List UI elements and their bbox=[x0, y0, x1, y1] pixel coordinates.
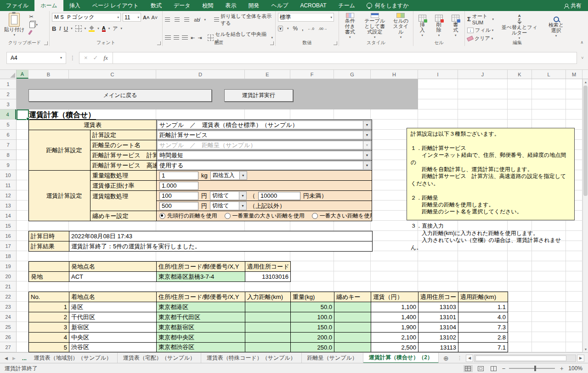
row-header-26[interactable]: 26 bbox=[0, 332, 16, 342]
insert-function-icon[interactable]: fx bbox=[104, 54, 108, 62]
fill-button[interactable]: ↓ フィル ▾ bbox=[467, 27, 494, 34]
cancel-icon[interactable]: × bbox=[84, 54, 88, 61]
number-dialog-launcher[interactable] bbox=[334, 41, 337, 45]
column-header-K[interactable]: K bbox=[508, 70, 532, 79]
sort-filter-button[interactable]: AZ 並べ替えとフィルター▾ bbox=[498, 13, 540, 42]
ribbon-tab-データ[interactable]: データ bbox=[168, 0, 197, 11]
fare-rounding-input-2[interactable]: 500 bbox=[159, 202, 198, 210]
row-header-13[interactable]: 13 bbox=[0, 201, 16, 211]
ribbon-tab-ホーム[interactable]: ホーム bbox=[34, 0, 63, 11]
format-cells-button[interactable]: 書式▾ bbox=[449, 13, 462, 40]
column-header-E[interactable]: E bbox=[245, 70, 290, 79]
hscroll-left-icon[interactable]: ◀ bbox=[466, 355, 473, 362]
row-header-8[interactable]: 8 bbox=[0, 150, 16, 160]
dest-address-cell[interactable]: 東京都千代田区 bbox=[156, 312, 245, 322]
row-header-3[interactable]: 3 bbox=[0, 99, 16, 109]
row-header-9[interactable]: 9 bbox=[0, 160, 16, 170]
calc-method-select[interactable]: 時間最短▼ bbox=[157, 151, 371, 160]
row-header-12[interactable]: 12 bbox=[0, 190, 16, 201]
origin-name-cell[interactable]: ACT bbox=[69, 271, 157, 282]
dest-groupkey-cell[interactable] bbox=[334, 302, 371, 312]
dest-applied-code-cell[interactable]: 13104 bbox=[418, 322, 458, 333]
horizontal-scrollbar[interactable] bbox=[474, 355, 576, 362]
selected-cell-a4[interactable] bbox=[17, 109, 29, 120]
dest-applied-distance-cell[interactable]: 7.3 bbox=[458, 322, 508, 333]
dest-distance-input-cell[interactable] bbox=[245, 342, 291, 352]
orientation-icon[interactable]: ab̸ bbox=[194, 17, 199, 23]
dest-fare-cell[interactable]: 2,500 bbox=[371, 342, 418, 352]
row-header-23[interactable]: 23 bbox=[0, 302, 16, 312]
fare-rate-input[interactable]: 1.000 bbox=[159, 182, 198, 190]
decrease-font-icon[interactable]: A˅ bbox=[151, 13, 158, 22]
row-header-19[interactable]: 19 bbox=[0, 261, 16, 271]
dest-weight-cell[interactable]: 150.0 bbox=[290, 322, 334, 333]
zoom-in-icon[interactable]: ＋ bbox=[559, 364, 565, 373]
group-key-radio-first-row[interactable]: 先頭行の距離を使用 bbox=[159, 212, 217, 220]
dest-no-cell[interactable]: 5 bbox=[28, 342, 69, 352]
column-header-F[interactable]: F bbox=[290, 70, 334, 79]
fare-rounding-input-1[interactable]: 100 bbox=[159, 192, 198, 200]
page-break-view-icon[interactable] bbox=[489, 365, 498, 372]
dest-fare-cell[interactable]: 1,900 bbox=[371, 322, 418, 333]
alignment-dialog-launcher[interactable] bbox=[270, 41, 274, 45]
font-dialog-launcher[interactable] bbox=[157, 41, 161, 45]
dest-name-cell[interactable]: 千代田区 bbox=[69, 312, 157, 322]
row-header-4[interactable]: 4 bbox=[0, 109, 16, 120]
row-header-25[interactable]: 25 bbox=[0, 322, 16, 332]
row-header-16[interactable]: 16 bbox=[0, 231, 16, 241]
page-layout-view-icon[interactable] bbox=[476, 365, 486, 372]
row-header-7[interactable]: 7 bbox=[0, 140, 16, 150]
dest-distance-input-cell[interactable] bbox=[245, 322, 291, 333]
ribbon-tab-挿入[interactable]: 挿入 bbox=[63, 0, 86, 11]
dest-name-cell[interactable]: 新宿区 bbox=[69, 322, 157, 333]
row-header-6[interactable]: 6 bbox=[0, 130, 16, 140]
horizontal-scroll-thumb[interactable] bbox=[475, 356, 566, 361]
dest-address-cell[interactable]: 東京都渋谷区 bbox=[156, 342, 245, 352]
dest-address-cell[interactable]: 東京都新宿区 bbox=[156, 322, 245, 333]
decrease-decimal-icon[interactable]: .00→ bbox=[318, 27, 327, 31]
ribbon-tab-ページ レイアウト[interactable]: ページ レイアウト bbox=[86, 0, 145, 11]
dest-fare-cell[interactable]: 2,100 bbox=[371, 332, 418, 343]
dest-applied-code-cell[interactable]: 13103 bbox=[418, 302, 458, 312]
copy-button[interactable]: ▾ bbox=[29, 22, 38, 28]
hscroll-right-icon[interactable]: ▶ bbox=[577, 355, 584, 362]
collapse-ribbon-icon[interactable]: ∧ bbox=[580, 40, 583, 45]
borders-icon[interactable] bbox=[75, 25, 82, 32]
ribbon-tab-校閲[interactable]: 校閲 bbox=[197, 0, 220, 11]
italic-button[interactable]: I bbox=[59, 25, 61, 32]
fare-rounding-mode-select-1[interactable]: 切捨て▼ bbox=[210, 191, 247, 200]
wrap-text-button[interactable]: 折り返して全体を表示する bbox=[214, 13, 273, 27]
sheet-nav-left-icon[interactable]: ◀ bbox=[5, 356, 8, 361]
run-fare-calculation-button[interactable]: 運賃計算実行 bbox=[224, 89, 293, 102]
dest-groupkey-cell[interactable] bbox=[334, 342, 371, 352]
increase-font-icon[interactable]: A˄ bbox=[143, 13, 149, 22]
fare-threshold-input[interactable]: 10000 bbox=[258, 192, 300, 200]
group-key-radio-largest[interactable]: 一番大きい距離を使用 bbox=[312, 212, 372, 220]
zoom-slider-thumb[interactable] bbox=[534, 366, 536, 371]
zoom-slider[interactable] bbox=[509, 368, 555, 369]
row-header-17[interactable]: 17 bbox=[0, 241, 16, 251]
zoom-out-icon[interactable]: − bbox=[502, 365, 506, 372]
origin-address-cell[interactable]: 東京都港区新橋3-7-4 bbox=[156, 271, 245, 282]
column-header-B[interactable]: B bbox=[28, 70, 69, 79]
row-header-15[interactable]: 15 bbox=[0, 221, 16, 231]
comma-icon[interactable]: , bbox=[302, 26, 303, 31]
name-box[interactable]: A4 ▾ bbox=[6, 52, 66, 64]
row-header-1[interactable]: 1 bbox=[0, 79, 16, 89]
dest-groupkey-cell[interactable] bbox=[334, 322, 371, 333]
column-header-I[interactable]: I bbox=[418, 70, 458, 79]
origin-code-cell[interactable]: 13103016 bbox=[245, 271, 291, 282]
dest-applied-distance-cell[interactable]: 1.1 bbox=[458, 302, 508, 312]
conditional-formatting-button[interactable]: 条件付き書式▾ bbox=[341, 13, 358, 40]
row-header-11[interactable]: 11 bbox=[0, 180, 16, 190]
font-color-icon[interactable]: A bbox=[102, 26, 106, 32]
sheet-tab-fare-parcel[interactable]: 運賃表（宅配）（サンプル） bbox=[118, 353, 201, 363]
dest-weight-cell[interactable]: 50.0 bbox=[290, 302, 334, 312]
row-header-14[interactable]: 14 bbox=[0, 211, 16, 221]
dest-no-cell[interactable]: 1 bbox=[28, 302, 69, 312]
highway-select[interactable]: 使用する▼ bbox=[157, 161, 371, 170]
percent-icon[interactable]: % bbox=[293, 25, 298, 32]
fare-rounding-mode-select-2[interactable]: 切捨て▼ bbox=[210, 201, 247, 210]
dest-applied-distance-cell[interactable]: 2.8 bbox=[458, 332, 508, 343]
fill-color-icon[interactable] bbox=[89, 26, 95, 32]
